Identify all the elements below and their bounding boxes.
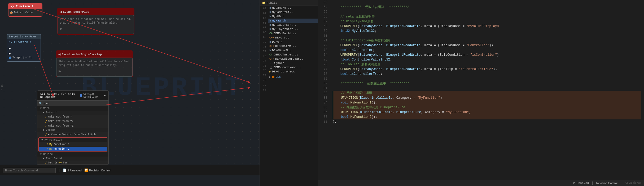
node-myfunc1-title: My Function 1 <box>9 41 39 45</box>
code-content[interactable]: 6364656667686970717273747576777879808182… <box>318 0 644 180</box>
unsaved-button[interactable]: 📄 2 Unsaved <box>63 168 82 172</box>
action-menu: All Actions for this Blueprint ✓ Context… <box>37 90 109 165</box>
myfunc2-rest: Function 2 <box>54 148 69 150</box>
file-type-uproject: ▶ <box>269 70 271 73</box>
item-make-rot-yx[interactable]: ƒMake Rot from YX <box>37 119 108 124</box>
event-begin-disabled-text: This node is disabled and will not be ca… <box>60 18 132 25</box>
node-event-begin[interactable]: ◀ Event BeginPlay This node is disabled … <box>57 8 134 35</box>
context-sensitive-label: Context Sensitive <box>83 93 103 98</box>
myfunc-section: ▼ My Function ƒ My Function 1 ƒ My Funct… <box>38 137 107 152</box>
left-side-label: ts × <box>0 84 4 92</box>
subcategory-vector[interactable]: ▼ Vector <box>37 128 108 132</box>
filetree-panel: 📁 Public 6364656667686970717273747576777… <box>260 0 318 186</box>
filetree-entry-demoeditor[interactable]: C++ DEMOEditor.Tar... <box>268 57 318 61</box>
file-type-cpp: C++ <box>269 45 274 48</box>
bottom-spacer: | <box>58 168 60 172</box>
code-line-77: UPROPERTY(EditAnywhere, BlueprintReadWri… <box>333 67 497 71</box>
filetree-entry-ue5[interactable]: ▶ UE5 <box>268 75 318 79</box>
event-begin-arrow-icon: ◀ <box>60 10 62 14</box>
filetree-filename: DEMO.cpp <box>275 36 289 39</box>
search-input[interactable] <box>44 102 107 105</box>
event-overlap-disabled-notice: This node is disabled and will not be ca… <box>56 58 133 77</box>
filetree-entry-mygamestat[interactable]: h MyGameStat... <box>268 10 318 14</box>
csdn-watermark: CSDN @ukam <box>625 181 641 184</box>
filetree-entry-ignore[interactable]: . .ignore <box>268 61 318 65</box>
revision-status-button[interactable]: Revision Control <box>596 181 617 185</box>
main-layout: BLUEPRINT My Function 2 <box>0 0 644 186</box>
context-sensitive-section[interactable]: ✓ Context Sensitive ▶ <box>80 93 106 98</box>
unsaved-status: 2 Unsaved <box>573 181 589 185</box>
filetree-entry-myplayercon[interactable]: h MyPlayerCon... <box>268 23 318 27</box>
return-pin-circle <box>10 11 13 14</box>
context-sensitive-checkbox[interactable]: ✓ <box>80 94 82 97</box>
console-command-input[interactable] <box>3 168 56 173</box>
expand-arrow: ▶ <box>269 76 271 79</box>
filetree-entry-democpp[interactable]: C++ DEMO.cpp <box>268 36 318 40</box>
filetree-entry-vscode[interactable]: {} DEMO.code-wor... <box>268 65 318 70</box>
filetree-entry-myplayerstat[interactable]: h MyPlayerStat... <box>268 27 318 31</box>
ue5-label: UE5 <box>275 75 281 79</box>
target-pin: Target [self] <box>9 56 39 59</box>
exec-out-pin: ▶ <box>9 51 39 56</box>
code-line-82: // 函数在蓝图中调用 <box>333 91 372 95</box>
filetree-entry-demobuild[interactable]: C# DEMO.Build.cs <box>268 31 318 36</box>
category-online[interactable]: ▼ Online <box>37 152 108 157</box>
code-line-80: /*********** 函数在蓝图中 *********/ <box>333 82 409 85</box>
filetree-entry-demoh[interactable]: h DEMO.h <box>268 40 318 44</box>
filetree-entry-mygamemo[interactable]: h MyGameMo... <box>268 6 318 10</box>
item-get-is-my-turn[interactable]: ƒ Get Is My Turn <box>37 161 108 165</box>
code-text-area: /********** 元数据说明符 **********/ // meta 元… <box>330 0 644 180</box>
subcategory-rotator[interactable]: ▼ Rotator <box>37 111 108 115</box>
code-line-73: bool isController; <box>333 48 375 52</box>
my-highlight1: My <box>59 161 62 164</box>
event-begin-title: Event BeginPlay <box>63 10 89 14</box>
blueprint-canvas[interactable]: BLUEPRINT My Function 2 <box>0 0 260 175</box>
item-make-rot-yz[interactable]: ƒMake Rot from YZ <box>37 124 108 128</box>
func-icon: ƒ <box>47 143 48 146</box>
file-type-ignore: . <box>269 62 271 65</box>
filetree-filename: DEMOGameM... <box>272 49 293 52</box>
filetree-filename: MyPawn.h <box>272 19 286 22</box>
filetree-entry-mypawn[interactable]: h MyPawn.h <box>268 19 318 23</box>
myfunc1-rest: Function 1 <box>54 143 69 146</box>
item-create-vector[interactable]: ƒ▶ Create Vector from Yaw Pitch <box>37 132 108 137</box>
code-line-85: // 纯函数指该函数中调用 BlueprintPure <box>333 106 405 109</box>
filetree-filename: DEMO.h <box>272 40 283 44</box>
action-menu-title: All Actions for this Blueprint <box>40 92 80 99</box>
category-math[interactable]: ▼ Math <box>37 106 108 111</box>
right-panels: 📁 Public 6364656667686970717273747576777… <box>260 0 644 186</box>
event-begin-exec-arrow: ▶ <box>60 27 63 31</box>
category-myfunc[interactable]: ▼ My Function <box>39 138 107 142</box>
node-myfunc2[interactable]: My Function 2 Return Value <box>8 3 42 17</box>
file-type-h: h <box>269 7 271 10</box>
code-highlight-block: // 函数在蓝图中调用 UFUNCTION(BlueprintCallable,… <box>333 91 641 119</box>
action-menu-header: All Actions for this Blueprint ✓ Context… <box>37 91 108 101</box>
code-line-84: void MyFunction1(); <box>333 101 377 105</box>
event-begin-disabled-notice: This node is disabled and will not be ca… <box>58 15 134 34</box>
node-myfunc1[interactable]: Target is My Pawn My Function 1 ▶ ▶ Targ… <box>7 34 41 62</box>
item-myfunc2[interactable]: ƒ My Function 2 <box>39 147 107 151</box>
subcategory-turnbased[interactable]: ▼ Turn Based <box>37 157 108 161</box>
func-icon: ƒ <box>45 124 47 127</box>
search-icon: 🔍 <box>39 102 43 105</box>
item-myfunc1[interactable]: ƒ My Function 1 <box>39 142 107 147</box>
filetree-line-numbers: 636465666768697071727374757677787980 <box>260 6 268 186</box>
filetree-entry-myhud[interactable]: h MyHUD.h <box>268 14 318 19</box>
filetree-entry-uproject[interactable]: ▶ DEMO.uproject <box>268 70 318 74</box>
file-type-h: h <box>269 11 271 14</box>
node-event-overlap[interactable]: ◀ Event ActorBeginOverlap This node is d… <box>56 50 133 77</box>
filetree-entry-demogamemh[interactable]: h DEMOGameM... <box>268 48 318 53</box>
node-event-begin-header: ◀ Event BeginPlay <box>58 8 134 15</box>
filetree-entry-demogamem[interactable]: C++ DEMOGameM... <box>268 44 318 48</box>
filetree-filename: DEMOGameM... <box>275 45 296 48</box>
revision-icon: 🔀 <box>84 168 88 172</box>
myfunc2-highlight: My <box>49 148 52 150</box>
file-type-h: h <box>269 15 271 18</box>
filetree-entry-demotargetcs[interactable]: C# DEMO.Target.cs <box>268 53 318 57</box>
revision-control-button[interactable]: 🔀 Revision Control <box>84 168 111 172</box>
func-icon: ƒ <box>45 161 47 164</box>
menu-tree[interactable]: ▼ Math ▼ Rotator ƒMake Rot from Y ƒMake … <box>37 106 108 165</box>
file-type-h: h <box>269 41 271 44</box>
item-make-rot-y[interactable]: ƒMake Rot from Y <box>37 115 108 119</box>
svg-line-2 <box>106 88 249 105</box>
